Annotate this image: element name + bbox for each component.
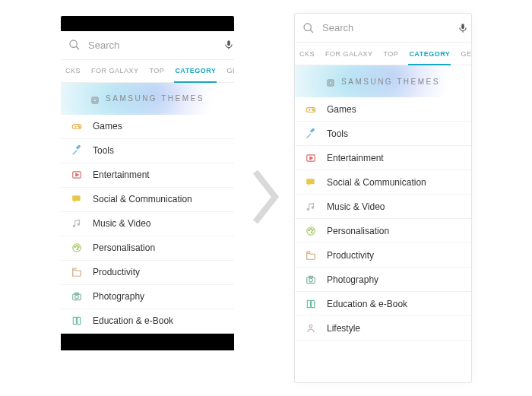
- category-row-music[interactable]: Music & Video: [61, 212, 234, 236]
- category-label: Entertainment: [327, 153, 384, 163]
- tab-gear[interactable]: GEAR: [221, 60, 234, 82]
- category-row-games[interactable]: Games: [295, 97, 471, 122]
- entertainment-icon: [71, 169, 82, 180]
- tab-clipped[interactable]: CKS: [64, 60, 86, 82]
- education-icon: [306, 299, 316, 309]
- svg-point-0: [70, 40, 77, 47]
- category-label: Education & e-Book: [327, 299, 407, 309]
- tab-bar: CKS FOR GALAXY TOP CATEGORY GEAR: [61, 60, 234, 83]
- tab-clipped[interactable]: CKS: [298, 43, 320, 65]
- category-label: Personalisation: [93, 242, 155, 253]
- category-label: Entertainment: [93, 169, 150, 180]
- games-icon: [71, 121, 82, 131]
- svg-rect-41: [309, 276, 313, 277]
- category-label: Tools: [93, 145, 114, 156]
- svg-rect-23: [461, 24, 464, 29]
- search-icon: [68, 39, 81, 51]
- productivity-icon: [71, 267, 82, 277]
- search-input[interactable]: [322, 22, 450, 33]
- music-icon: [71, 218, 82, 229]
- photography-icon: [71, 291, 82, 302]
- category-row-productivity[interactable]: Productivity: [61, 261, 234, 285]
- svg-point-31: [313, 109, 314, 110]
- category-row-personalisation[interactable]: Personalisation: [295, 219, 471, 243]
- productivity-icon: [306, 250, 316, 261]
- lifestyle-icon: [306, 323, 316, 334]
- category-row-education[interactable]: Education & e-Book: [295, 292, 471, 316]
- tools-icon: [306, 128, 316, 139]
- comparison-stage: CKS FOR GALAXY TOP CATEGORY GEAR SAMSUNG…: [0, 0, 532, 396]
- category-label: Music & Video: [327, 201, 385, 212]
- svg-rect-20: [75, 293, 79, 294]
- category-row-tools[interactable]: Tools: [295, 122, 471, 146]
- svg-rect-4: [92, 97, 98, 103]
- svg-rect-25: [328, 80, 334, 86]
- category-row-games[interactable]: Games: [61, 115, 234, 139]
- theme-icon: [326, 77, 335, 86]
- svg-marker-12: [76, 173, 79, 176]
- category-label: Games: [327, 104, 356, 115]
- svg-rect-2: [227, 40, 230, 46]
- search-input[interactable]: [88, 40, 216, 51]
- category-row-photography[interactable]: Photography: [295, 268, 471, 292]
- search-icon: [302, 22, 315, 34]
- category-row-entertainment[interactable]: Entertainment: [61, 163, 234, 188]
- category-row-social[interactable]: Social & Communication: [61, 188, 234, 212]
- hero-title: SAMSUNG THEMES: [341, 78, 440, 86]
- social-icon: [71, 194, 82, 204]
- category-label: Education & e-Book: [93, 315, 173, 326]
- svg-point-15: [76, 245, 78, 246]
- category-row-entertainment[interactable]: Entertainment: [295, 146, 471, 170]
- category-row-social[interactable]: Social & Communication: [295, 170, 471, 195]
- category-row-music[interactable]: Music & Video: [295, 195, 471, 219]
- svg-line-1: [76, 46, 79, 49]
- svg-point-16: [78, 246, 79, 248]
- svg-point-37: [312, 229, 313, 230]
- tab-gear[interactable]: GEAR: [455, 43, 471, 65]
- svg-rect-5: [93, 99, 97, 102]
- svg-point-17: [77, 249, 78, 250]
- tab-for-galaxy[interactable]: FOR GALAXY: [86, 60, 144, 82]
- category-label: Personalisation: [327, 226, 389, 236]
- svg-point-42: [309, 325, 312, 328]
- category-label: Productivity: [327, 250, 374, 261]
- svg-point-21: [304, 24, 311, 30]
- games-icon: [306, 104, 316, 115]
- photography-icon: [306, 274, 316, 285]
- category-label: Lifestyle: [327, 323, 360, 334]
- hero-banner[interactable]: SAMSUNG THEMES: [295, 65, 471, 97]
- theme-icon: [90, 94, 100, 103]
- tab-category[interactable]: CATEGORY: [404, 43, 455, 65]
- category-row-productivity[interactable]: Productivity: [295, 243, 471, 268]
- category-label: Music & Video: [93, 218, 150, 229]
- hero-banner[interactable]: SAMSUNG THEMES: [61, 83, 234, 115]
- category-row-education[interactable]: Education & e-Book: [61, 309, 234, 334]
- category-label: Photography: [327, 274, 378, 285]
- personalisation-icon: [306, 226, 316, 236]
- svg-point-10: [79, 127, 80, 128]
- category-row-tools[interactable]: Tools: [61, 139, 234, 163]
- category-label: Games: [93, 121, 122, 131]
- device-before: CKS FOR GALAXY TOP CATEGORY GEAR SAMSUNG…: [61, 16, 234, 381]
- category-label: Tools: [327, 128, 348, 139]
- tab-top[interactable]: TOP: [378, 43, 404, 65]
- category-label: Productivity: [93, 267, 140, 277]
- svg-point-14: [74, 246, 76, 248]
- category-label: Social & Communication: [93, 194, 192, 204]
- device-after: CKS FOR GALAXY TOP CATEGORY GEAR SAMSUNG…: [295, 14, 471, 382]
- category-label: Social & Communication: [327, 177, 426, 188]
- tab-for-galaxy[interactable]: FOR GALAXY: [320, 43, 378, 65]
- category-row-personalisation[interactable]: Personalisation: [61, 236, 234, 261]
- mic-icon[interactable]: [458, 23, 468, 33]
- hero-title: SAMSUNG THEMES: [106, 94, 204, 103]
- tab-category[interactable]: CATEGORY: [169, 60, 221, 82]
- tab-bar: CKS FOR GALAXY TOP CATEGORY GEAR: [295, 43, 471, 65]
- arrow-icon: [248, 170, 281, 227]
- tab-top[interactable]: TOP: [144, 60, 170, 82]
- category-row-lifestyle[interactable]: Lifestyle: [295, 316, 471, 341]
- category-label: Photography: [93, 291, 144, 302]
- svg-point-19: [75, 295, 79, 299]
- category-row-photography[interactable]: Photography: [61, 285, 234, 309]
- category-list-before: GamesToolsEntertainmentSocial & Communic…: [61, 115, 234, 334]
- mic-icon[interactable]: [223, 40, 234, 50]
